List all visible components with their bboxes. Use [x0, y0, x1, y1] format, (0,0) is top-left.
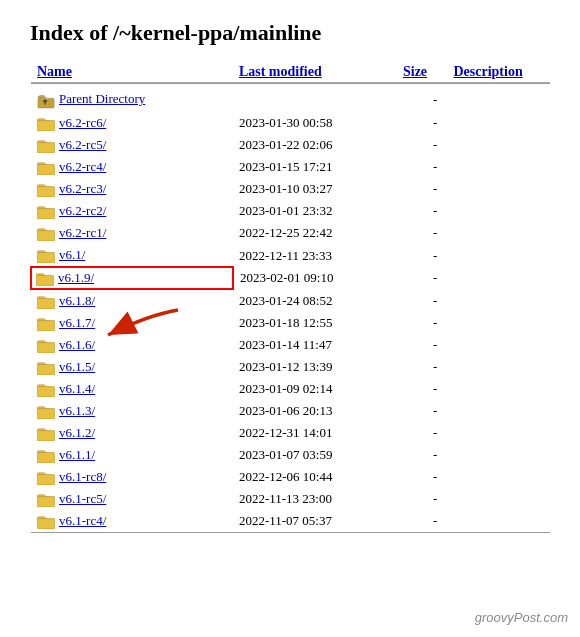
- file-date-cell: 2023-01-14 11:47: [233, 334, 397, 356]
- table-row: v6.1/2022-12-11 23:33-: [31, 244, 550, 267]
- table-row: v6.1-rc4/2022-11-07 05:37-: [31, 510, 550, 532]
- file-name-cell: v6.2-rc6/: [31, 112, 233, 134]
- svg-rect-12: [37, 365, 55, 376]
- dir-link[interactable]: v6.2-rc6/: [59, 115, 106, 130]
- table-row: v6.1.6/2023-01-14 11:47-: [31, 334, 550, 356]
- file-date-cell: 2022-12-25 22:42: [233, 222, 397, 244]
- col-size-link[interactable]: Size: [403, 64, 427, 79]
- file-name-cell: v6.2-rc3/: [31, 178, 233, 200]
- file-size-cell: -: [397, 178, 447, 200]
- file-date-cell: 2023-01-06 20:13: [233, 400, 397, 422]
- svg-rect-15: [37, 431, 55, 442]
- table-row: v6.2-rc5/2023-01-22 02:06-: [31, 134, 550, 156]
- file-desc-cell: [447, 312, 550, 334]
- dir-link[interactable]: v6.2-rc3/: [59, 181, 106, 196]
- col-description[interactable]: Description: [447, 62, 550, 83]
- col-last-modified-link[interactable]: Last modified: [239, 64, 322, 79]
- dir-link[interactable]: v6.2-rc5/: [59, 137, 106, 152]
- col-size[interactable]: Size: [397, 62, 447, 83]
- file-desc-cell: [447, 222, 550, 244]
- table-row: v6.2-rc2/2023-01-01 23:32-: [31, 200, 550, 222]
- file-size-cell: -: [397, 466, 447, 488]
- table-row: v6.1-rc8/2022-12-06 10:44-: [31, 466, 550, 488]
- file-name-cell: v6.1.6/: [31, 334, 233, 356]
- file-desc-cell: [447, 444, 550, 466]
- table-row: v6.1.8/2023-01-24 08:52-: [31, 289, 550, 312]
- svg-rect-8: [36, 276, 54, 287]
- file-date-cell: 2023-01-24 08:52: [233, 289, 397, 312]
- file-size-cell: -: [397, 267, 447, 289]
- dir-link[interactable]: v6.1.1/: [59, 447, 95, 462]
- table-row: v6.1.2/2022-12-31 14:01-: [31, 422, 550, 444]
- svg-rect-13: [37, 387, 55, 398]
- file-name-cell: v6.1.8/: [31, 289, 233, 312]
- dir-link[interactable]: v6.2-rc2/: [59, 203, 106, 218]
- col-name[interactable]: Name: [31, 62, 233, 83]
- folder-icon: [37, 139, 55, 153]
- dir-link[interactable]: v6.2-rc4/: [59, 159, 106, 174]
- folder-icon: [37, 383, 55, 397]
- parent-dir-link[interactable]: Parent Directory: [59, 91, 145, 106]
- file-date-cell: 2023-02-01 09:10: [233, 267, 397, 289]
- dir-link[interactable]: v6.1-rc8/: [59, 469, 106, 484]
- svg-rect-10: [37, 321, 55, 332]
- dir-link[interactable]: v6.1-rc5/: [59, 491, 106, 506]
- file-desc-cell: [447, 112, 550, 134]
- dir-link[interactable]: v6.1.4/: [59, 381, 95, 396]
- svg-rect-2: [37, 143, 55, 154]
- folder-icon: [37, 361, 55, 375]
- dir-link[interactable]: v6.1.8/: [59, 293, 95, 308]
- col-name-link[interactable]: Name: [37, 64, 72, 79]
- col-description-link[interactable]: Description: [453, 64, 522, 79]
- file-date-cell: 2022-12-31 14:01: [233, 422, 397, 444]
- file-name-cell: v6.1/: [31, 244, 233, 267]
- folder-icon: [37, 449, 55, 463]
- table-row: v6.2-rc1/2022-12-25 22:42-: [31, 222, 550, 244]
- folder-icon: [37, 205, 55, 219]
- folder-icon: [37, 161, 55, 175]
- file-size-cell: -: [397, 444, 447, 466]
- file-desc-cell: [447, 334, 550, 356]
- file-size-cell: -: [397, 312, 447, 334]
- dir-link[interactable]: v6.1.6/: [59, 337, 95, 352]
- dir-link[interactable]: v6.1/: [59, 247, 85, 262]
- file-name-cell: v6.2-rc5/: [31, 134, 233, 156]
- dir-link[interactable]: v6.2-rc1/: [59, 225, 106, 240]
- file-name-cell: v6.1.2/: [31, 422, 233, 444]
- svg-rect-3: [37, 165, 55, 176]
- file-desc-cell: [447, 289, 550, 312]
- file-size-cell: -: [397, 200, 447, 222]
- file-desc-cell: [447, 466, 550, 488]
- file-date-cell: 2022-11-13 23:00: [233, 488, 397, 510]
- table-row: v6.1.1/2023-01-07 03:59-: [31, 444, 550, 466]
- dir-link[interactable]: v6.1-rc4/: [59, 513, 106, 528]
- file-date-cell: 2023-01-18 12:55: [233, 312, 397, 334]
- folder-icon: [37, 427, 55, 441]
- file-date-cell: 2022-12-06 10:44: [233, 466, 397, 488]
- file-size-cell: -: [397, 378, 447, 400]
- folder-icon: [37, 493, 55, 507]
- table-row: Parent Directory-: [31, 88, 550, 112]
- file-desc-cell: [447, 200, 550, 222]
- table-row: v6.1.5/2023-01-12 13:39-: [31, 356, 550, 378]
- file-date-cell: 2023-01-01 23:32: [233, 200, 397, 222]
- file-size-cell: -: [397, 334, 447, 356]
- col-last-modified[interactable]: Last modified: [233, 62, 397, 83]
- file-name-cell: v6.1.3/: [31, 400, 233, 422]
- folder-icon: [37, 339, 55, 353]
- file-name-cell: v6.1.1/: [31, 444, 233, 466]
- table-row: v6.2-rc3/2023-01-10 03:27-: [31, 178, 550, 200]
- file-name-cell: v6.2-rc2/: [31, 200, 233, 222]
- file-size-cell: -: [397, 134, 447, 156]
- folder-icon: [37, 249, 55, 263]
- dir-link[interactable]: v6.1.7/: [59, 315, 95, 330]
- table-row: v6.1.4/2023-01-09 02:14-: [31, 378, 550, 400]
- dir-link[interactable]: v6.1.2/: [59, 425, 95, 440]
- file-date-cell: [233, 88, 397, 112]
- dir-link[interactable]: v6.1.3/: [59, 403, 95, 418]
- dir-link[interactable]: v6.1.5/: [59, 359, 95, 374]
- folder-icon: [37, 317, 55, 331]
- dir-link[interactable]: v6.1.9/: [58, 270, 94, 285]
- file-name-cell: v6.1.7/: [31, 312, 233, 334]
- file-desc-cell: [447, 378, 550, 400]
